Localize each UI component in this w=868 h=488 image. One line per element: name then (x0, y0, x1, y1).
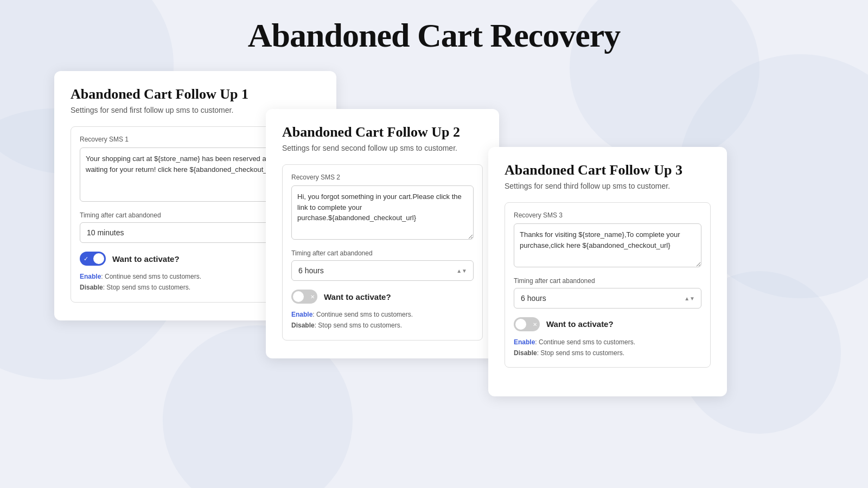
card-3-disable-desc: : Stop send sms to customers. (537, 349, 624, 357)
card-2-disable-desc: : Stop send sms to customers. (315, 322, 402, 329)
card-2-toggle-label: Want to activate? (324, 292, 391, 301)
card-2-timing-label: Timing after cart abandoned (291, 249, 474, 257)
card-3-inner-box: Recovery SMS 3 Thanks for visiting ${sto… (505, 202, 711, 368)
card-2-disable-label: Disable (291, 322, 315, 329)
card-2-timing-select[interactable]: 10 minutes 30 minutes 1 hour 6 hours 12 … (291, 260, 474, 281)
card-1-disable-desc: : Stop send sms to customers. (103, 284, 190, 291)
card-3-activate-toggle[interactable] (514, 317, 540, 331)
card-1-activate-toggle[interactable] (80, 252, 106, 266)
card-2-sms-textarea[interactable]: Hi, you forgot something in your cart.Pl… (291, 185, 474, 240)
card-2-sms-label: Recovery SMS 2 (291, 174, 474, 181)
cards-area: Abandoned Cart Follow Up 1 Settings for … (54, 71, 814, 440)
page-title: Abandoned Cart Recovery (248, 16, 621, 55)
page-wrapper: Abandoned Cart Recovery Abandoned Cart F… (0, 0, 868, 440)
card-1-disable-label: Disable (80, 284, 103, 291)
card-2-toggle-description: Enable: Continue send sms to customers. … (291, 309, 474, 331)
card-3-disable-label: Disable (514, 349, 537, 357)
card-2-heading: Abandoned Cart Follow Up 2 (282, 124, 483, 140)
card-2-enable-desc: : Continue send sms to customers. (312, 311, 413, 318)
card-3-enable-desc: : Continue send sms to customers. (535, 338, 635, 346)
card-2-timing-select-wrapper: 10 minutes 30 minutes 1 hour 6 hours 12 … (291, 260, 474, 281)
card-3-enable-label: Enable (514, 338, 535, 346)
card-3-timing-select-wrapper: 10 minutes 30 minutes 1 hour 6 hours 12 … (514, 288, 701, 309)
card-3-sms-label: Recovery SMS 3 (514, 211, 701, 219)
card-2-subtitle: Settings for send second follow up sms t… (282, 144, 483, 152)
card-2-activate-toggle[interactable] (291, 290, 317, 304)
card-1-heading: Abandoned Cart Follow Up 1 (71, 86, 320, 102)
card-1-enable-desc: : Continue send sms to customers. (101, 273, 201, 280)
card-2-enable-label: Enable (291, 311, 312, 318)
card-3-toggle-description: Enable: Continue send sms to customers. … (514, 337, 701, 359)
card-2-inner-box: Recovery SMS 2 Hi, you forgot something … (282, 164, 483, 341)
card-3-toggle-row: Want to activate? (514, 317, 701, 331)
card-2-toggle-row: Want to activate? (291, 290, 474, 304)
card-3-timing-select[interactable]: 10 minutes 30 minutes 1 hour 6 hours 12 … (514, 288, 701, 309)
card-3-subtitle: Settings for send third follow up sms to… (505, 182, 711, 190)
card-2-toggle-knob (293, 291, 304, 302)
followup-card-2: Abandoned Cart Follow Up 2 Settings for … (266, 109, 499, 358)
card-3-sms-textarea[interactable]: Thanks for visiting ${store_name},To com… (514, 223, 701, 267)
card-3-toggle-knob (515, 319, 526, 330)
card-3-toggle-label: Want to activate? (546, 319, 614, 329)
card-3-heading: Abandoned Cart Follow Up 3 (505, 162, 711, 178)
card-1-enable-label: Enable (80, 273, 101, 280)
card-1-toggle-knob (93, 253, 104, 264)
card-1-toggle-label: Want to activate? (112, 254, 180, 264)
followup-card-3: Abandoned Cart Follow Up 3 Settings for … (488, 147, 727, 396)
card-3-timing-label: Timing after cart abandoned (514, 277, 701, 285)
